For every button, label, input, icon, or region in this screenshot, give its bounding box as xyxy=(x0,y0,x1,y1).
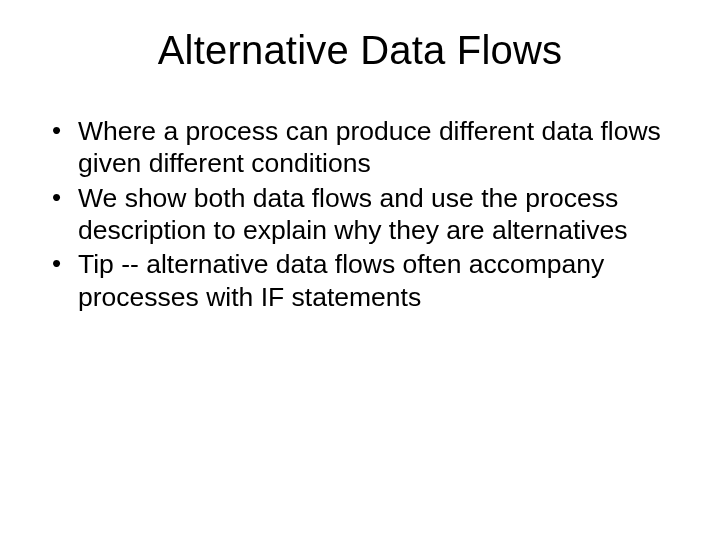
bullet-list: Where a process can produce different da… xyxy=(48,115,672,313)
list-item: We show both data flows and use the proc… xyxy=(48,182,672,247)
list-item: Tip -- alternative data flows often acco… xyxy=(48,248,672,313)
list-item: Where a process can produce different da… xyxy=(48,115,672,180)
slide-title: Alternative Data Flows xyxy=(48,28,672,73)
